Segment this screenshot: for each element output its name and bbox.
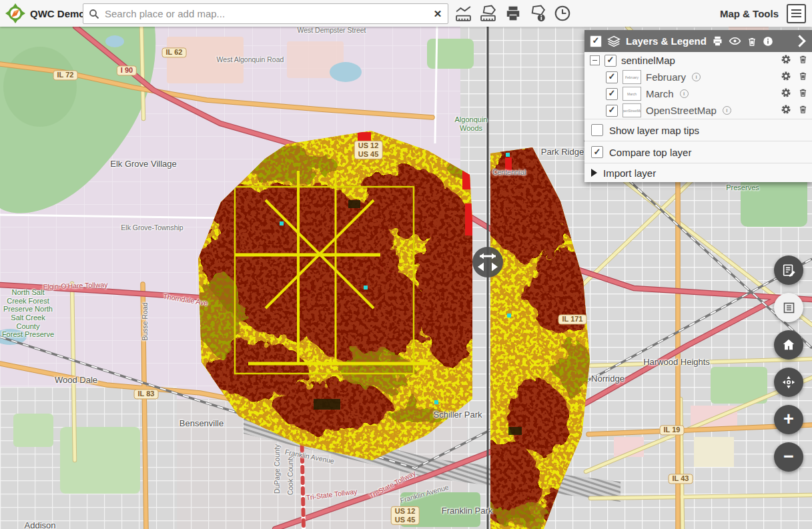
app-brand: QWC Demo <box>5 3 85 23</box>
panel-info-icon[interactable] <box>763 36 773 47</box>
toolbar <box>451 0 574 27</box>
layer-info-icon[interactable] <box>723 106 731 115</box>
import-layer-label: Import layer <box>603 167 656 179</box>
top-bar: QWC Demo ✕ <box>0 0 812 27</box>
layer-label: February <box>646 71 686 83</box>
layer-delete-icon[interactable] <box>798 104 808 117</box>
edit-notes-button[interactable] <box>774 255 803 285</box>
zoom-in-label: + <box>783 410 794 428</box>
option-compare-top-layer[interactable]: Compare top layer <box>584 141 812 163</box>
layer-legend-thumbnail: March <box>623 87 641 101</box>
layer-checkbox[interactable] <box>604 55 617 67</box>
layers-icon <box>607 35 621 48</box>
print-tool-button[interactable] <box>500 2 525 25</box>
zoom-in-button[interactable]: + <box>774 405 803 434</box>
panel-master-checkbox[interactable] <box>590 35 602 47</box>
layer-label: March <box>646 88 674 99</box>
brand-title: QWC Demo <box>30 8 85 19</box>
layer-checkbox[interactable] <box>606 71 618 83</box>
layer-row-sentinelmap[interactable]: sentinelMap <box>584 52 812 69</box>
layer-settings-icon[interactable] <box>781 54 791 67</box>
layer-label: OpenStreetMap <box>646 105 717 116</box>
identify-region-tool-button[interactable] <box>525 2 550 25</box>
sketch-tool-button[interactable] <box>476 2 500 25</box>
app-menu: Map & Tools <box>720 0 806 27</box>
toggle-visibility-icon[interactable] <box>729 35 741 47</box>
compare-slider-handle[interactable] <box>472 247 503 278</box>
layer-row-march[interactable]: March March <box>584 85 812 102</box>
option-label: Show layer map tips <box>609 125 699 136</box>
layers-panel-header: Layers & Legend <box>584 30 812 52</box>
layer-settings-icon[interactable] <box>781 104 791 117</box>
layer-delete-icon[interactable] <box>798 54 808 67</box>
legend-list-button[interactable] <box>774 293 803 322</box>
time-manager-tool-button[interactable] <box>550 2 574 25</box>
layer-delete-icon[interactable] <box>798 71 808 84</box>
collapse-group-icon[interactable] <box>590 55 600 65</box>
search-icon <box>89 9 99 19</box>
layer-settings-icon[interactable] <box>781 87 791 101</box>
zoom-out-button[interactable]: − <box>774 442 803 472</box>
home-button[interactable] <box>774 330 803 360</box>
option-show-map-tips[interactable]: Show layer map tips <box>584 119 812 141</box>
collapse-panel-icon[interactable] <box>793 35 805 47</box>
layer-legend-thumbnail: February <box>623 70 641 84</box>
import-layer-row[interactable]: Import layer <box>584 163 812 182</box>
layer-checkbox[interactable] <box>606 88 618 100</box>
layer-row-openstreetmap[interactable]: OpenStreetMap OpenStreetMap <box>584 102 812 119</box>
option-label: Compare top layer <box>609 147 691 158</box>
layer-info-icon[interactable] <box>692 73 701 81</box>
layer-settings-icon[interactable] <box>781 71 791 84</box>
layer-row-february[interactable]: February February <box>584 69 812 85</box>
layers-panel: Layers & Legend <box>584 30 812 182</box>
search-input[interactable] <box>103 7 428 20</box>
clear-all-layers-icon[interactable] <box>747 36 757 47</box>
option-checkbox[interactable] <box>591 124 603 136</box>
expand-arrow-icon[interactable] <box>591 169 597 177</box>
menu-label: Map & Tools <box>720 8 779 19</box>
search-clear-icon[interactable]: ✕ <box>428 4 448 23</box>
option-checkbox[interactable] <box>591 146 603 158</box>
layer-info-icon[interactable] <box>680 89 689 98</box>
layer-checkbox[interactable] <box>606 105 618 117</box>
layer-label: sentinelMap <box>621 55 675 66</box>
print-legend-icon[interactable] <box>712 35 723 47</box>
panel-title: Layers & Legend <box>626 35 707 47</box>
locate-button[interactable] <box>774 368 803 397</box>
qwc-logo-icon <box>5 3 25 23</box>
layer-legend-thumbnail: OpenStreetMap <box>623 103 641 117</box>
menu-hamburger-button[interactable] <box>787 4 806 23</box>
measure-tool-button[interactable] <box>451 2 476 25</box>
zoom-out-label: − <box>783 448 794 466</box>
layer-delete-icon[interactable] <box>798 87 808 101</box>
search-box[interactable]: ✕ <box>83 3 448 24</box>
